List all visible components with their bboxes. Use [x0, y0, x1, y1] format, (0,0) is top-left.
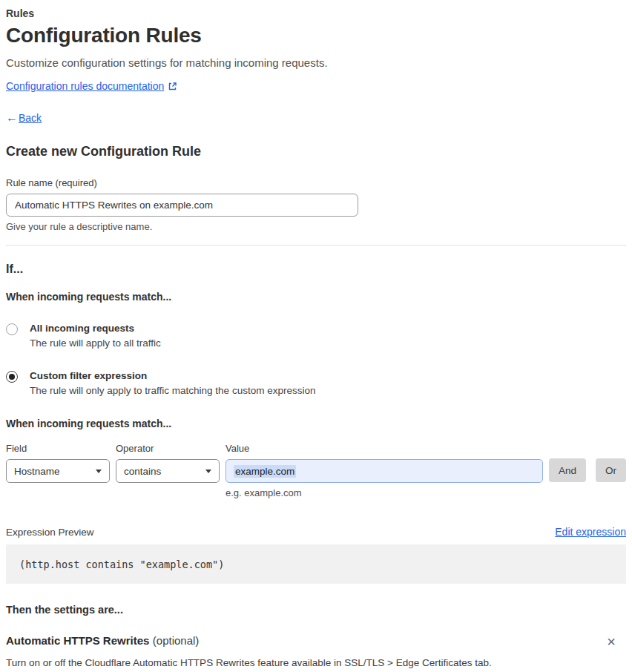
edit-expression-link[interactable]: Edit expression: [555, 526, 626, 538]
documentation-link-row: Configuration rules documentation: [6, 80, 626, 92]
radio-option-all-incoming-requests[interactable]: All incoming requests The rule will appl…: [6, 323, 626, 349]
expression-preview-code: (http.host contains "example.com"): [6, 544, 626, 584]
field-select-value: Hostname: [14, 466, 60, 477]
value-input-text: example.com: [234, 465, 296, 478]
chevron-down-icon: [96, 470, 102, 473]
create-rule-heading: Create new Configuration Rule: [6, 144, 626, 159]
value-input[interactable]: example.com: [226, 459, 543, 483]
expression-builder-heading: When incoming requests match...: [6, 418, 626, 429]
breadcrumb: Rules: [6, 7, 626, 19]
radio-option-description: The rule will apply to all traffic: [30, 337, 161, 349]
rule-name-help: Give your rule a descriptive name.: [6, 221, 626, 232]
chevron-down-icon: [205, 470, 211, 473]
back-link[interactable]: Back: [19, 112, 42, 124]
spacer: [549, 443, 596, 458]
external-link-icon: [168, 82, 177, 91]
if-heading: If...: [6, 263, 626, 276]
value-label: Value: [226, 443, 543, 454]
setting-header: Automatic HTTPS Rewrites (optional) ×: [6, 634, 626, 649]
configuration-rules-page: Rules Configuration Rules Customize conf…: [0, 0, 632, 672]
field-column: Field Hostname: [6, 443, 110, 483]
radio-option-label: All incoming requests: [30, 323, 161, 334]
operator-label: Operator: [116, 443, 220, 454]
radio-option-text: Custom filter expression The rule will o…: [30, 370, 315, 396]
setting-title-group: Automatic HTTPS Rewrites (optional): [6, 634, 199, 648]
expression-preview-label: Expression Preview: [6, 527, 94, 538]
section-divider: [6, 245, 626, 246]
documentation-link[interactable]: Configuration rules documentation: [6, 80, 164, 92]
expression-preview-header: Expression Preview Edit expression: [6, 526, 626, 538]
setting-description: Turn on or off the Cloudflare Automatic …: [6, 657, 626, 668]
page-title: Configuration Rules: [6, 24, 626, 47]
expression-code-text: (http.host contains "example.com"): [19, 559, 224, 570]
radio-checked-icon[interactable]: [6, 371, 18, 383]
close-icon[interactable]: ×: [607, 634, 616, 649]
radio-option-label: Custom filter expression: [30, 370, 315, 381]
page-subtitle: Customize configuration settings for mat…: [6, 56, 626, 69]
radio-unchecked-icon[interactable]: [6, 323, 18, 335]
radio-option-description: The rule will only apply to traffic matc…: [30, 385, 315, 396]
radio-option-text: All incoming requests The rule will appl…: [30, 323, 161, 349]
setting-title: Automatic HTTPS Rewrites: [6, 634, 149, 647]
and-button[interactable]: And: [549, 458, 586, 482]
expression-builder-row: Field Hostname Operator contains Value e…: [6, 443, 626, 498]
radio-option-custom-filter-expression[interactable]: Custom filter expression The rule will o…: [6, 370, 626, 396]
or-button-column: Or: [596, 443, 626, 482]
incoming-match-heading: When incoming requests match...: [6, 291, 626, 303]
value-column: Value example.com e.g. example.com: [226, 443, 543, 498]
field-label: Field: [6, 443, 110, 454]
back-row: ← Back: [6, 112, 626, 124]
or-button[interactable]: Or: [596, 458, 626, 482]
operator-select[interactable]: contains: [116, 459, 220, 483]
operator-select-value: contains: [124, 466, 161, 477]
value-help: e.g. example.com: [226, 487, 543, 498]
field-select[interactable]: Hostname: [6, 459, 110, 483]
setting-optional-label: (optional): [153, 634, 200, 647]
rule-name-input[interactable]: [6, 194, 358, 217]
and-button-column: And: [549, 443, 596, 482]
then-settings-heading: Then the settings are...: [6, 604, 626, 616]
rule-name-label: Rule name (required): [6, 177, 626, 188]
back-arrow-icon: ←: [6, 112, 18, 124]
operator-column: Operator contains: [116, 443, 220, 483]
spacer: [596, 443, 626, 458]
